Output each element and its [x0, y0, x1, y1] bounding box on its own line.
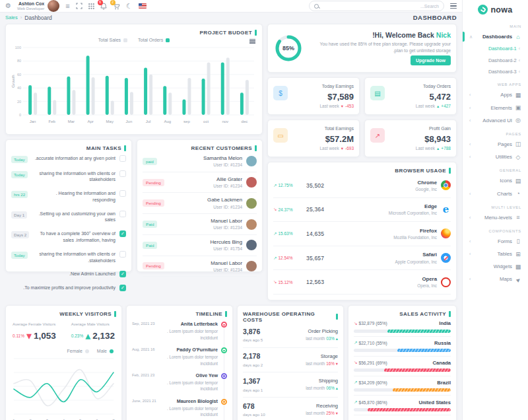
settings-gear-icon[interactable]: ⚙ — [5, 3, 11, 9]
sales-amount: $34,209 (60%) — [359, 380, 387, 385]
user-avatar[interactable] — [48, 0, 59, 12]
sidebar-item-maps[interactable]: ‹Maps — [463, 273, 528, 285]
sales-progress-fill — [368, 408, 451, 411]
warehouse-row[interactable]: 678 days ago 10 Receiving last month 25% — [243, 398, 338, 420]
dark-mode-moon-icon[interactable]: ☾ — [126, 3, 133, 10]
card-title: SALES ACTIVITY — [354, 311, 451, 317]
warehouse-list: 3,876 days ago 5 Order Picking last mont… — [243, 323, 338, 420]
task-checkbox[interactable] — [119, 211, 126, 217]
task-checkbox[interactable] — [119, 251, 126, 258]
task-checkbox[interactable] — [119, 190, 126, 197]
customer-id: User ID: #1234 — [168, 204, 242, 210]
browser-value: 35,502 — [306, 182, 324, 189]
legend-swatch-teal — [166, 38, 170, 42]
browser-row[interactable]: 15.63% 14,635 Firefox Mozilla Foundation… — [273, 222, 451, 246]
timeline-dot — [221, 322, 227, 328]
svg-text:dec: dec — [242, 120, 248, 123]
timeline-item[interactable]: Aug, 2021 16 Paddy O'Furniture . Lorem i… — [132, 344, 227, 370]
us-flag-icon[interactable] — [139, 3, 147, 9]
browser-trend-pct: 12.54% — [278, 256, 292, 260]
sales-country: India — [387, 320, 451, 326]
sidebar-item-elements[interactable]: ‹Elements — [463, 102, 528, 114]
sales-progress-fill — [393, 388, 451, 392]
task-checkbox[interactable] — [119, 271, 126, 277]
breadcrumb-sales-link[interactable]: Sales — [5, 15, 18, 20]
content-area: PROJECT BUDGET Total Sales Total Orders — [0, 21, 462, 420]
sales-country: Russia — [387, 340, 451, 346]
total-earnings-card: Total Earnings $57.2M Last week-693 — [267, 120, 360, 157]
warehouse-row[interactable]: 3,876 days ago 5 Order Picking last mont… — [243, 323, 338, 348]
svg-text:Jan: Jan — [30, 120, 36, 123]
upgrade-now-button[interactable]: Upgrade Now — [411, 55, 451, 65]
sales-amount: $56,291 (69%) — [359, 361, 387, 365]
sidebar-item-dashboard-1[interactable]: Dashboard-1‹ — [463, 43, 528, 54]
notifications-bell-icon[interactable]: 6 — [100, 3, 107, 10]
chevron-up-icon: ∧ — [469, 34, 473, 40]
timeline-item[interactable]: Sep, 2021 23 Anita Letterback . Lorem ip… — [132, 318, 227, 344]
timeline-item[interactable]: June, 2021 21 Maureen Biologist . Lorem … — [132, 395, 227, 420]
customer-row[interactable]: Pending Gabe Lackmen User ID: #1234 — [143, 193, 257, 214]
sidebar-item-widgets[interactable]: Widgets — [463, 260, 528, 273]
customer-row[interactable]: paid Samantha Melon User ID: #1234 — [143, 151, 257, 172]
page-title: DASHBOARD — [413, 14, 457, 21]
male-visitors-label: Average Male Visitors — [71, 322, 115, 328]
warehouse-row[interactable]: 2,178 days ago 2 Storage last month 16% — [243, 348, 338, 373]
align-menu-icon[interactable]: ≡ — [65, 3, 69, 10]
nav-section-general: GENERAL — [463, 163, 528, 174]
customer-avatar — [246, 219, 257, 230]
task-checkbox[interactable] — [119, 155, 126, 162]
timeline-item[interactable]: Feb, 2021 23 Olive Yew . Lorem ipsum dol… — [132, 370, 227, 396]
firefox-icon — [441, 228, 451, 238]
sales-progress-track — [354, 349, 451, 352]
sidebar-item-utilities[interactable]: ‹Utilities — [463, 151, 528, 163]
task-checkbox[interactable] — [119, 170, 126, 177]
customer-row[interactable]: Pending Allie Grater User ID: #1234 — [143, 172, 257, 193]
chart-menu-icon[interactable] — [249, 38, 255, 44]
warehouse-days: days ago 2 — [243, 362, 263, 368]
legend-total-orders[interactable]: Total Orders — [138, 38, 170, 42]
browser-row[interactable]: 24.37% 25,364 Edge Microsoft Corporation… — [273, 198, 451, 223]
sales-amount: $45,870 (86%) — [359, 400, 387, 405]
search-input[interactable] — [322, 4, 439, 9]
warehouse-name: Receiving — [265, 402, 338, 410]
customer-row[interactable]: Paid Hercules Bing User ID: #1754 — [143, 235, 257, 256]
sidebar-item-pages[interactable]: ‹Pages — [463, 138, 528, 151]
menu-levels-icon — [515, 214, 521, 221]
sidebar-item-dashboards[interactable]: ∧ Dashboards — [463, 30, 528, 43]
topbar-hamburger-icon[interactable] — [450, 3, 457, 9]
browser-row[interactable]: 15.12% 12,563 Opera Opera, Inc — [273, 270, 451, 295]
sidebar-item-icons[interactable]: Icons — [463, 174, 528, 187]
user-menu[interactable]: Ashton Cox Web Developer — [17, 0, 59, 12]
task-checkbox[interactable] — [119, 230, 126, 237]
user-role: Web Developer — [17, 7, 44, 11]
legend-male[interactable]: Male — [97, 349, 114, 353]
chevron-left-icon: ‹ — [469, 277, 471, 281]
timeline-date: Aug, 2021 16 — [132, 347, 155, 351]
sidebar-item-forms[interactable]: ‹Forms — [463, 235, 528, 248]
sidebar-item-charts[interactable]: ‹Charts — [463, 187, 528, 199]
brand-logo[interactable]: nowa — [463, 0, 528, 19]
apps-grid-icon[interactable] — [88, 3, 94, 9]
legend-female[interactable]: Female — [67, 349, 88, 353]
storage-donut-chart: 85% — [273, 33, 304, 63]
sidebar-item-menu-levels[interactable]: ‹Menu-levels — [463, 211, 528, 224]
cart-icon[interactable]: 2 — [113, 3, 120, 10]
sidebar-item-tables[interactable]: ‹Tables — [463, 248, 528, 260]
sidebar-item-apps[interactable]: ‹Apps — [463, 88, 528, 101]
customer-row[interactable]: Pending Manuel Labor User ID: #1234 — [143, 256, 257, 277]
card-title: RECENT CUSTOMERS — [143, 145, 257, 151]
status-badge: paid — [143, 158, 157, 165]
sidebar-item-dashboard-3[interactable]: Dashboard-3‹ — [463, 66, 528, 77]
customer-row[interactable]: Paid Manuel Labor User ID: #1234 — [143, 214, 257, 235]
task-checkbox[interactable] — [119, 285, 126, 291]
warehouse-row[interactable]: 1,367 days ago 1 Shipping last month 06% — [243, 372, 338, 398]
sidebar-item-advanced-ui[interactable]: ‹Advanced UI — [463, 114, 528, 127]
browser-row[interactable]: 12.54% 35,657 Safari Apple Corporation, … — [273, 246, 451, 271]
fullscreen-icon[interactable] — [76, 3, 82, 9]
sidebar-item-dashboard-2[interactable]: Dashboard-2‹ — [463, 55, 528, 66]
stat-label: Profit Gain — [389, 125, 451, 133]
legend-total-sales[interactable]: Total Sales — [98, 38, 127, 42]
browser-row[interactable]: 12.75% 35,502 Chrome Google, Inc — [273, 174, 451, 198]
task-list: Today .accurate information at any given… — [11, 151, 126, 295]
task-badge: Today — [11, 156, 28, 163]
